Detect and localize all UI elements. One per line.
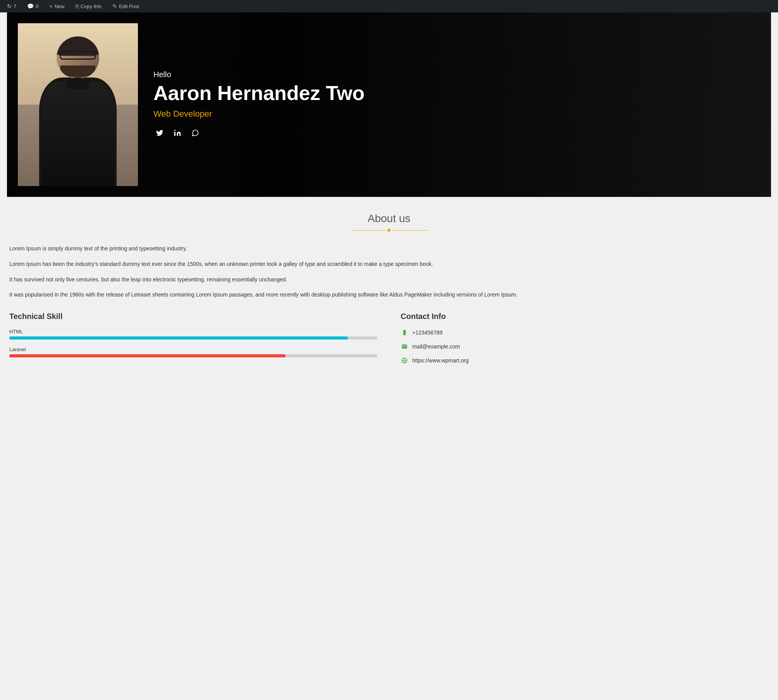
whatsapp-icon xyxy=(191,129,199,137)
contact-website-value: https://www.wpmart.org xyxy=(412,357,469,364)
updates-item[interactable]: ↻ 7 xyxy=(5,2,19,11)
photo-beard xyxy=(60,66,95,77)
main-wrapper: Hello Aaron Hernandez Two Web Developer xyxy=(0,12,778,382)
phone-svg xyxy=(401,329,408,336)
comments-icon: 💬 xyxy=(27,3,34,9)
updates-icon: ↻ xyxy=(7,3,12,9)
contact-phone-value: +123456789 xyxy=(412,329,442,336)
hero-section: Hello Aaron Hernandez Two Web Developer xyxy=(7,12,771,197)
hero-greeting: Hello xyxy=(153,70,365,79)
skill-laravel-bar-fill xyxy=(9,354,286,357)
contact-phone: +123456789 xyxy=(401,329,769,336)
skill-html-name: HTML xyxy=(9,329,377,334)
about-para-2: Lorem Ipsum has been the industry's stan… xyxy=(9,260,769,269)
copy-this-button[interactable]: ⎘ Copy this xyxy=(73,2,104,11)
skills-section: Technical Skill HTML Laravel xyxy=(9,312,377,371)
svg-point-0 xyxy=(174,130,176,131)
hero-title: Web Developer xyxy=(153,109,365,119)
photo-face xyxy=(57,36,99,79)
contact-email: mail@example.com xyxy=(401,343,769,350)
divider-dot xyxy=(387,229,391,232)
skill-html: HTML xyxy=(9,329,377,340)
twitter-icon xyxy=(156,129,164,137)
edit-icon: ✎ xyxy=(112,3,117,9)
edit-label: Edit Post xyxy=(119,3,139,9)
twitter-link[interactable] xyxy=(153,127,166,139)
website-icon xyxy=(401,357,408,364)
phone-icon xyxy=(401,329,408,336)
photo-body xyxy=(41,81,115,186)
skill-html-bar-fill xyxy=(9,336,348,340)
skill-html-bar-bg xyxy=(9,336,377,340)
skills-title: Technical Skill xyxy=(9,312,377,321)
divider-line-right xyxy=(392,230,427,231)
photo-glasses xyxy=(60,51,96,60)
about-para-4: It was popularised in the 1960s with the… xyxy=(9,290,769,300)
skills-contact: Technical Skill HTML Laravel Contact Inf… xyxy=(9,312,769,371)
website-svg xyxy=(401,357,408,364)
admin-bar: ↻ 7 💬 0 + New ⎘ Copy this ✎ Edit Post xyxy=(0,0,778,12)
contact-email-value: mail@example.com xyxy=(412,343,460,350)
copy-label: Copy this xyxy=(81,3,102,9)
about-para-3: It has survived not only five centuries,… xyxy=(9,275,769,284)
skill-laravel: Laravel xyxy=(9,347,377,357)
linkedin-link[interactable] xyxy=(171,127,184,139)
comments-item[interactable]: 💬 0 xyxy=(25,2,41,11)
photo-turtleneck xyxy=(66,78,90,89)
comments-count: 0 xyxy=(36,3,38,9)
hero-text: Hello Aaron Hernandez Two Web Developer xyxy=(138,70,380,139)
skill-laravel-bar-bg xyxy=(9,354,377,357)
whatsapp-link[interactable] xyxy=(189,127,201,139)
email-svg xyxy=(401,343,408,350)
hero-social xyxy=(153,127,365,139)
about-divider xyxy=(9,229,769,232)
updates-count: 7 xyxy=(14,3,16,9)
about-section: About us xyxy=(9,212,769,232)
hero-photo xyxy=(18,23,138,186)
divider-line-left xyxy=(351,230,386,231)
contact-website: https://www.wpmart.org xyxy=(401,357,769,364)
about-title: About us xyxy=(9,212,769,225)
copy-icon: ⎘ xyxy=(76,3,79,9)
about-text: Lorem Ipsum is simply dummy text of the … xyxy=(9,244,769,300)
new-label: New xyxy=(55,3,65,9)
contact-title: Contact Info xyxy=(401,312,769,321)
edit-post-button[interactable]: ✎ Edit Post xyxy=(110,2,141,11)
svg-rect-1 xyxy=(403,330,406,335)
email-icon xyxy=(401,343,408,350)
about-para-1: Lorem Ipsum is simply dummy text of the … xyxy=(9,244,769,253)
linkedin-icon xyxy=(174,129,181,137)
contact-section: Contact Info +123456789 xyxy=(401,312,769,371)
hero-name: Aaron Hernandez Two xyxy=(153,82,365,104)
new-icon: + xyxy=(49,3,52,9)
new-button[interactable]: + New xyxy=(47,2,67,11)
skill-laravel-name: Laravel xyxy=(9,347,377,352)
content-section: About us Lorem Ipsum is simply dummy tex… xyxy=(0,197,778,382)
